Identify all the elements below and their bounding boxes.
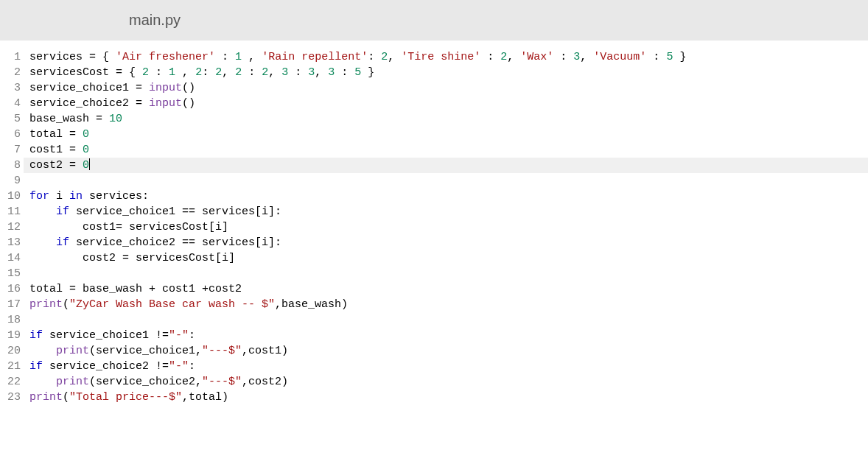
code-line[interactable]: cost2 = servicesCost[i] [29,250,868,266]
code-line[interactable]: for i in services: [29,189,868,204]
line-number: 12 [0,219,24,235]
text-cursor [89,158,90,170]
code-line[interactable]: services = { 'Air freshener' : 1 , 'Rain… [29,49,868,65]
line-number: 23 [0,390,24,405]
code-line[interactable]: print("ZyCar Wash Base car wash -- $",ba… [29,297,868,312]
code-line[interactable] [29,173,868,189]
line-number: 20 [0,343,24,359]
code-line[interactable]: base_wash = 10 [29,111,868,127]
code-line[interactable]: if service_choice1 == services[i]: [29,204,868,219]
line-number: 6 [0,127,24,142]
code-line[interactable]: print(service_choice1,"---$",cost1) [29,343,868,359]
line-number: 10 [0,189,24,204]
code-line[interactable]: cost1 = 0 [29,142,868,158]
code-line[interactable]: service_choice1 = input() [29,80,868,96]
line-number: 4 [0,96,24,111]
line-number: 8 [0,158,24,173]
code-line[interactable]: service_choice2 = input() [29,96,868,111]
line-number: 18 [0,312,24,328]
code-editor[interactable]: 1234567891011121314151617181920212223 se… [0,41,868,405]
line-number: 11 [0,204,24,219]
line-number: 22 [0,374,24,390]
line-number: 7 [0,142,24,158]
line-number: 1 [0,49,24,65]
code-line[interactable]: if service_choice1 !="-": [29,328,868,343]
code-area[interactable]: services = { 'Air freshener' : 1 , 'Rain… [24,49,868,405]
line-number: 17 [0,297,24,312]
line-number: 5 [0,111,24,127]
code-line[interactable]: if service_choice2 == services[i]: [29,235,868,250]
file-tab[interactable]: main.py [129,12,181,29]
line-number: 19 [0,328,24,343]
line-number: 16 [0,281,24,297]
line-number: 14 [0,250,24,266]
tab-bar: main.py [0,0,868,41]
code-line[interactable]: total = 0 [29,127,868,142]
code-line[interactable]: cost2 = 0 [24,158,868,173]
line-number: 13 [0,235,24,250]
code-line[interactable] [29,266,868,281]
line-number: 15 [0,266,24,281]
line-number: 21 [0,359,24,374]
code-line[interactable]: print("Total price---$",total) [29,390,868,405]
line-number: 2 [0,65,24,80]
code-line[interactable]: print(service_choice2,"---$",cost2) [29,374,868,390]
code-line[interactable]: servicesCost = { 2 : 1 , 2: 2, 2 : 2, 3 … [29,65,868,80]
code-line[interactable]: cost1= servicesCost[i] [29,219,868,235]
code-line[interactable]: total = base_wash + cost1 +cost2 [29,281,868,297]
line-number: 3 [0,80,24,96]
code-line[interactable]: if service_choice2 !="-": [29,359,868,374]
line-number: 9 [0,173,24,189]
code-line[interactable] [29,312,868,328]
line-number-gutter: 1234567891011121314151617181920212223 [0,49,24,405]
